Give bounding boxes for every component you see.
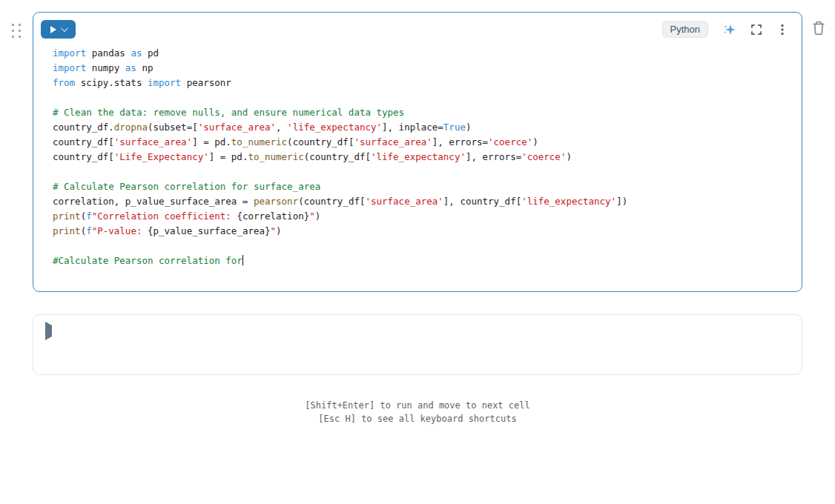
empty-code-cell[interactable]: [33, 314, 802, 375]
code-line: correlation, p_value_surface_area = pear…: [53, 194, 791, 209]
ai-sparkle-button[interactable]: [722, 22, 736, 37]
play-icon: [45, 322, 52, 340]
code-cell: Python import pandas as pdimport numpy: [33, 12, 802, 292]
code-line: print(f"Correlation coefficient: {correl…: [53, 209, 791, 224]
code-line: # Clean the data: remove nulls, and ensu…: [53, 105, 791, 120]
kebab-menu-icon: [776, 23, 788, 36]
code-line: import pandas as pd: [53, 46, 791, 61]
play-icon: [50, 26, 56, 33]
ai-sparkle-icon: [722, 22, 736, 37]
cell-header: Python: [33, 13, 802, 39]
hint-line: [Shift+Enter] to run and move to next ce…: [0, 399, 835, 412]
code-line: #Calculate Pearson correlation for: [53, 253, 791, 268]
delete-cell-button[interactable]: [811, 20, 826, 36]
code-line: # Calculate Pearson correlation for surf…: [53, 179, 791, 194]
code-line: from scipy.stats import pearsonr: [53, 76, 791, 90]
text-cursor: [242, 255, 244, 265]
trash-icon: [811, 20, 826, 36]
cell-drag-handle[interactable]: [10, 22, 22, 39]
language-badge[interactable]: Python: [662, 21, 708, 38]
code-area[interactable]: import pandas as pdimport numpy as npfro…: [33, 39, 802, 268]
chevron-down-icon: [61, 24, 68, 32]
code-line: country_df['Life_Expectancy'] = pd.to_nu…: [53, 150, 791, 165]
keyboard-hints: [Shift+Enter] to run and move to next ce…: [0, 399, 835, 425]
hint-line: [Esc H] to see all keyboard shortcuts: [0, 412, 835, 425]
code-line: print(f"P-value: {p_value_surface_area}"…: [53, 224, 791, 239]
fullscreen-button[interactable]: [750, 23, 763, 36]
run-cell-button[interactable]: [41, 20, 76, 39]
fullscreen-icon: [750, 23, 763, 36]
code-line: [53, 239, 791, 253]
code-line: country_df['surface_area'] = pd.to_numer…: [53, 135, 791, 150]
code-line: import numpy as np: [53, 61, 791, 76]
code-line: country_df.dropna(subset=['surface_area'…: [53, 120, 791, 135]
code-line: [53, 165, 791, 179]
run-empty-cell-button[interactable]: [45, 325, 52, 336]
code-line: [53, 90, 791, 105]
more-options-button[interactable]: [776, 23, 788, 36]
